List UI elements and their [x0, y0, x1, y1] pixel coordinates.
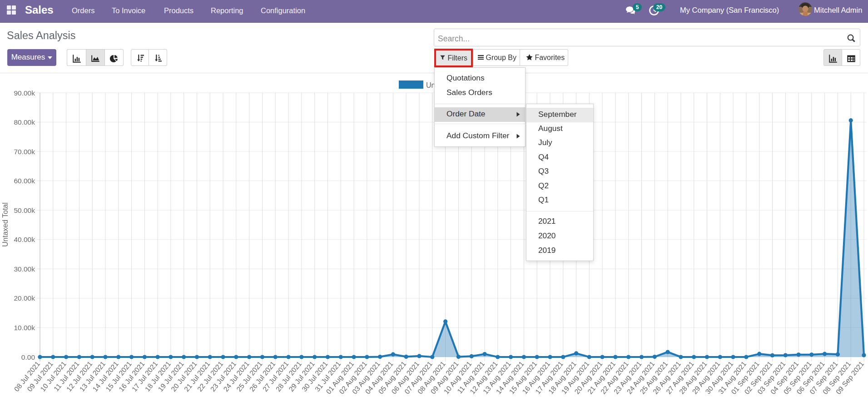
svg-text:50.00k: 50.00k [14, 206, 35, 214]
svg-text:30.00k: 30.00k [14, 265, 35, 273]
svg-text:0.00: 0.00 [21, 353, 35, 361]
svg-text:Untaxed Total: Untaxed Total [1, 202, 9, 247]
svg-text:80.00k: 80.00k [14, 118, 35, 126]
svg-text:90.00k: 90.00k [14, 89, 35, 97]
svg-text:70.00k: 70.00k [14, 148, 35, 156]
svg-text:20.00k: 20.00k [14, 294, 35, 302]
svg-text:60.00k: 60.00k [14, 177, 35, 185]
svg-text:10.00k: 10.00k [14, 324, 35, 332]
svg-text:40.00k: 40.00k [14, 236, 35, 243]
